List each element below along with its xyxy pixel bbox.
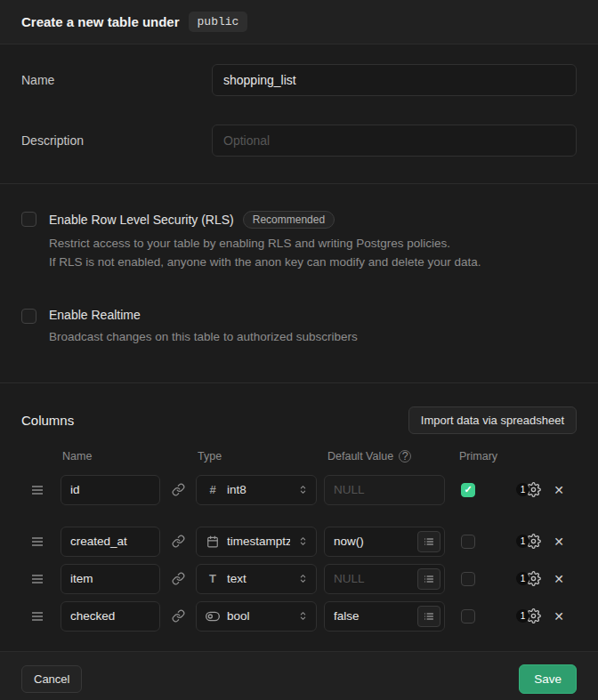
primary-checkbox[interactable]	[461, 572, 475, 586]
text-type-icon: T	[206, 572, 220, 585]
column-row-id: # int8 1 ✕	[0, 475, 598, 505]
column-name-input[interactable]	[61, 564, 160, 594]
description-label: Description	[21, 133, 212, 148]
column-type-label: int8	[227, 483, 290, 496]
toggle-icon	[206, 609, 220, 624]
foreign-key-link-icon[interactable]	[167, 531, 189, 552]
column-type-select[interactable]: T text	[196, 564, 317, 594]
realtime-checkbox[interactable]	[21, 309, 36, 324]
column-type-label: bool	[227, 609, 290, 623]
help-icon[interactable]: ?	[399, 450, 411, 463]
column-default-input	[324, 475, 445, 505]
rls-toggle-row: Enable Row Level Security (RLS) Recommen…	[21, 211, 577, 272]
description-row: Description	[21, 125, 577, 157]
column-row-created-at: timestamptz 1 ✕	[0, 527, 598, 557]
table-options-section: Enable Row Level Security (RLS) Recommen…	[0, 184, 598, 383]
dialog-footer: Cancel Save	[0, 651, 598, 700]
cancel-button[interactable]: Cancel	[21, 665, 82, 693]
calendar-icon	[206, 535, 220, 548]
column-header-default: Default Value ?	[324, 450, 445, 463]
column-row-checked: bool 1 ✕	[0, 601, 598, 632]
columns-section: Columns Import data via spreadsheet Name…	[0, 383, 598, 651]
primary-checkbox[interactable]	[461, 483, 475, 497]
import-spreadsheet-button[interactable]: Import data via spreadsheet	[408, 406, 577, 434]
column-header-name: Name	[61, 450, 160, 463]
rls-description-line1: Restrict access to your table by enablin…	[49, 235, 481, 253]
column-type-select[interactable]: # int8	[196, 475, 317, 505]
table-description-input[interactable]	[212, 125, 577, 157]
chevrons-up-down-icon	[297, 573, 309, 584]
column-name-input[interactable]	[61, 475, 160, 505]
foreign-key-link-icon[interactable]	[167, 606, 189, 627]
remove-column-icon[interactable]: ✕	[548, 483, 570, 497]
dialog-header: Create a new table under public	[0, 0, 598, 44]
drag-handle-icon[interactable]	[21, 574, 53, 584]
column-name-input[interactable]	[61, 527, 160, 557]
rls-description-line2: If RLS is not enabled, anyone with the a…	[49, 253, 481, 272]
primary-checkbox[interactable]	[461, 609, 475, 624]
column-type-select[interactable]: bool	[196, 601, 317, 632]
dialog-title: Create a new table under	[21, 14, 180, 29]
realtime-description: Broadcast changes on this table to autho…	[49, 328, 358, 347]
column-settings-button[interactable]: 1	[502, 534, 541, 549]
column-header-primary: Primary	[452, 450, 495, 463]
column-type-label: timestamptz	[227, 535, 290, 548]
table-info-section: Name Description	[0, 44, 598, 184]
column-type-select[interactable]: timestamptz	[196, 527, 317, 557]
rls-description: Restrict access to your table by enablin…	[49, 235, 481, 272]
foreign-key-link-icon[interactable]	[167, 568, 189, 590]
recommended-badge: Recommended	[243, 211, 335, 229]
remove-column-icon[interactable]: ✕	[548, 572, 570, 586]
drag-handle-icon[interactable]	[21, 485, 53, 495]
table-name-input[interactable]	[212, 64, 577, 96]
chevrons-up-down-icon	[297, 535, 309, 547]
drag-handle-icon[interactable]	[21, 611, 53, 622]
columns-header-row: Name Type Default Value ? Primary	[0, 450, 598, 463]
chevrons-up-down-icon	[297, 610, 309, 622]
drag-handle-icon[interactable]	[21, 536, 53, 547]
create-table-dialog: Create a new table under public Name Des…	[0, 0, 598, 700]
column-header-default-label: Default Value	[327, 450, 393, 463]
column-type-label: text	[227, 572, 290, 585]
primary-checkbox[interactable]	[461, 535, 475, 549]
name-row: Name	[21, 64, 577, 96]
hash-icon: #	[206, 483, 220, 496]
realtime-label: Enable Realtime	[49, 308, 141, 322]
column-settings-button[interactable]: 1	[502, 608, 541, 624]
remove-column-icon[interactable]: ✕	[548, 609, 570, 624]
remove-column-icon[interactable]: ✕	[548, 535, 570, 549]
default-value-suggestions-icon[interactable]	[417, 606, 440, 627]
name-label: Name	[21, 73, 212, 87]
column-settings-button[interactable]: 1	[502, 482, 541, 497]
rls-label: Enable Row Level Security (RLS)	[49, 213, 234, 227]
column-name-input[interactable]	[61, 601, 160, 632]
columns-title: Columns	[21, 413, 74, 428]
column-settings-button[interactable]: 1	[502, 571, 541, 586]
rls-checkbox[interactable]	[21, 212, 36, 227]
column-header-type: Type	[196, 450, 317, 463]
schema-badge: public	[189, 12, 248, 32]
save-button[interactable]: Save	[519, 664, 577, 694]
foreign-key-link-icon[interactable]	[167, 479, 189, 501]
default-value-suggestions-icon[interactable]	[417, 531, 440, 552]
column-row-item: T text 1 ✕	[0, 564, 598, 594]
chevrons-up-down-icon	[297, 484, 309, 495]
realtime-toggle-row: Enable Realtime Broadcast changes on thi…	[21, 308, 577, 347]
default-value-suggestions-icon[interactable]	[417, 568, 440, 590]
